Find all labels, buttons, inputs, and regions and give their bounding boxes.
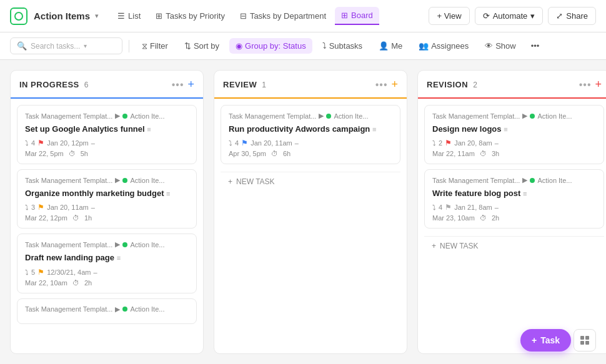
col-more-review[interactable]: ••• [375,79,388,91]
sort-label: Sort by [194,41,219,51]
card-partial-4[interactable]: Task Management Templat... ▶ Action Ite.… [17,298,197,324]
board-area: IN PROGRESS 6 ••• + Task Management Temp… [0,60,606,364]
subtask-count-v2: 4 [439,204,442,211]
grid-view-button[interactable] [574,329,596,352]
date-r1: Jan 20, 11am [251,139,292,147]
new-task-label-revision: NEW TASK [440,242,479,250]
assignees-button[interactable]: 👥 Assignees [412,38,475,54]
fab-plus-icon: + [532,335,537,345]
dash-3: – [93,268,97,276]
col-title-revision: REVISION [427,80,468,89]
subtask-icon-v1: ⤵ [432,139,436,147]
subtask-icon-v2: ⤵ [432,204,436,211]
show-button[interactable]: 👁 Show [479,38,522,54]
new-task-fab[interactable]: + Task [520,329,571,352]
date-v1: Jan 20, 8am [454,139,492,147]
flag-icon-2: ⚑ [37,203,44,212]
share-button[interactable]: ⤢ Share [548,7,596,25]
breadcrumb-1: Action Ite... [130,112,164,120]
card-row-2: Mar 22, 12pm ⏱ 1h [25,214,189,222]
template-label-2: Task Management Templat... [25,177,112,184]
flag-icon-v2: ⚑ [445,203,452,212]
breadcrumb-2: Action Ite... [130,177,164,184]
template-label-1: Task Management Templat... [25,112,112,120]
new-task-plus-icon-revision: + [432,242,436,250]
card-analytics[interactable]: Task Management Templat... ▶ Action Ite.… [17,105,197,164]
new-task-revision[interactable]: + NEW TASK [424,236,604,255]
new-task-label-review: NEW TASK [236,177,275,186]
search-box[interactable]: 🔍 Search tasks... ▾ [10,37,122,54]
time-3: 2h [84,279,92,287]
due-label-v2: Mar 23, 10am [432,214,475,222]
group-icon: ◉ [236,41,242,51]
card-title-analytics: Set up Google Analytics funnel ≡ [25,124,189,135]
time-icon-v2: ⏱ [480,214,487,222]
automate-button[interactable]: ⟳ Automate ▾ [475,7,544,25]
card-logos[interactable]: Task Management Templat... ▶ Action Ite.… [424,105,604,164]
app-icon [10,7,27,25]
nav-tasks-dept-label: Tasks by Department [250,11,326,21]
card-icons-3: ⤵ 5 ⚑ 12/30/21, 4am – [25,268,189,277]
app-title: Action Items [34,11,90,21]
breadcrumb-v2: Action Ite... [537,177,572,184]
template-label-4: Task Management Templat... [25,305,112,313]
col-count-revision: 2 [473,81,477,89]
nav-tasks-priority[interactable]: ⊞ Tasks by Priority [149,7,231,24]
due-label-2: Mar 22, 12pm [25,214,67,222]
due-label-r1: Apr 30, 5pm [229,150,266,157]
col-count-review: 1 [262,81,266,89]
col-add-review[interactable]: + [391,78,398,91]
subtasks-label: Subtasks [329,41,362,51]
subtasks-button[interactable]: ⤵ Subtasks [316,38,369,54]
card-adwords[interactable]: Task Management Templat... ▶ Action Ite.… [221,105,400,164]
svg-rect-2 [580,341,584,345]
nav-board-label: Board [351,11,373,20]
card-title-logos: Design new logos ≡ [432,124,596,135]
search-caret-icon: ▾ [84,42,87,49]
subtask-count-r1: 4 [235,139,239,147]
svg-rect-1 [585,336,589,340]
breadcrumb-3: Action Ite... [130,241,164,248]
nav-board[interactable]: ⊞ Board [335,7,379,25]
breadcrumb-v1: Action Ite... [537,112,572,120]
col-add-revision[interactable]: + [595,78,602,91]
add-view-button[interactable]: + View [429,7,469,25]
more-options-button[interactable]: ••• [526,38,545,54]
col-body-in-progress: Task Management Templat... ▶ Action Ite.… [11,99,203,353]
card-blog[interactable]: Task Management Templat... ▶ Action Ite.… [424,169,604,229]
group-status-button[interactable]: ◉ Group by: Status [229,38,312,54]
new-task-review[interactable]: + NEW TASK [221,172,400,191]
more-dots-icon: ••• [531,41,540,51]
card-budget[interactable]: Task Management Templat... ▶ Action Ite.… [17,169,197,229]
subtask-icon-r1: ⤵ [229,139,232,147]
nav-tasks-dept[interactable]: ⊟ Tasks by Department [234,7,332,24]
time-icon-1: ⏱ [69,150,76,157]
card-icons-r1: ⤵ 4 ⚑ Jan 20, 11am – [229,139,392,147]
flag-icon-v1: ⚑ [445,139,452,147]
col-add-in-progress[interactable]: + [187,78,194,91]
filter-icon: ⧖ [142,41,147,51]
svg-rect-0 [580,336,584,340]
date-3: 12/30/21, 4am [47,268,91,276]
dash-2: – [91,204,95,211]
flag-icon-3: ⚑ [37,268,44,277]
app-title-caret[interactable]: ▾ [95,12,99,20]
col-more-revision[interactable]: ••• [579,79,592,91]
search-icon: 🔍 [17,41,27,51]
card-landing[interactable]: Task Management Templat... ▶ Action Ite.… [17,234,197,293]
card-meta-3: Task Management Templat... ▶ Action Ite.… [25,240,189,248]
dash-1: – [91,139,95,147]
col-more-in-progress[interactable]: ••• [172,79,184,91]
nav-list[interactable]: ☰ List [111,7,147,24]
me-button[interactable]: 👤 Me [372,38,409,54]
card-row-r1: Apr 30, 5pm ⏱ 6h [229,150,392,157]
due-label-3: Mar 22, 10am [25,279,67,287]
subtask-count-v1: 2 [439,139,442,147]
me-label: Me [391,41,402,51]
card-icons-v1: ⤵ 2 ⚑ Jan 20, 8am – [432,139,596,147]
sort-button[interactable]: ⇅ Sort by [178,38,226,54]
card-meta-2: Task Management Templat... ▶ Action Ite.… [25,176,189,184]
status-dot-3 [122,242,127,247]
filter-button[interactable]: ⧖ Filter [136,38,174,54]
show-label: Show [495,41,516,51]
